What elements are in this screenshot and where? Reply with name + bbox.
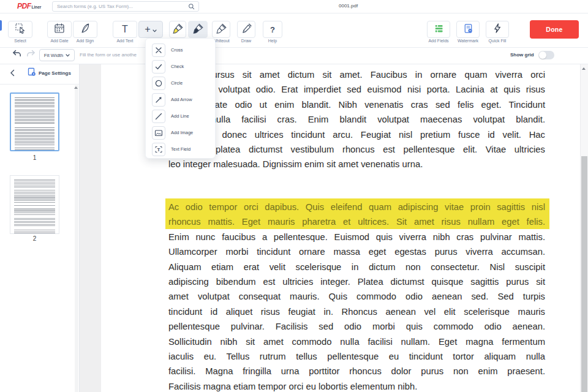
- menu-item-label: Cross: [171, 47, 183, 53]
- text-line: Enim nunc faucibus a pellentesque. Euism…: [168, 230, 545, 244]
- done-button[interactable]: Done: [530, 20, 579, 39]
- chevron-down-icon: [153, 24, 157, 35]
- help-button[interactable]: ?: [263, 21, 282, 38]
- show-grid-toggle[interactable]: [538, 51, 554, 59]
- page-thumbnail-2[interactable]: [10, 175, 59, 234]
- menu-item-add-line[interactable]: Add Line: [146, 108, 215, 124]
- menu-item-label: Circle: [171, 80, 183, 86]
- whiteout-brush-icon: [216, 23, 227, 37]
- pdfliner-app: PDF Liner 0001.pdf Select Add Date Add S…: [0, 0, 588, 392]
- quick-fill-button[interactable]: [486, 21, 509, 38]
- redo-button[interactable]: [24, 50, 37, 61]
- menu-item-text-field[interactable]: T Text Field: [146, 141, 215, 157]
- paragraph-2: Ac odio tempor orci dapibus. Quis eleife…: [168, 200, 545, 392]
- menu-item-cross[interactable]: Cross: [146, 42, 215, 58]
- blackout-brush-icon: [192, 23, 204, 37]
- menu-item-label: Add Line: [171, 113, 189, 119]
- thumbnail-text-block: [14, 218, 55, 227]
- done-button-label: Done: [546, 26, 562, 33]
- page-settings-label: Page Settings: [39, 70, 71, 76]
- add-sign-label: Add Sign: [66, 39, 105, 43]
- text-line: sagittis eu volutpat odio. Erat imperdie…: [168, 82, 545, 97]
- text-line: facilisi. Magna fringilla urna porttitor…: [168, 364, 545, 379]
- chevron-left-icon: [10, 68, 15, 79]
- quill-pen-icon: [79, 22, 91, 37]
- text-line: leo integer malesuada. Dignissim enim si…: [168, 157, 545, 172]
- draw-tool-button[interactable]: [237, 21, 255, 38]
- logo-liner-text: Liner: [32, 5, 42, 9]
- main-scrollbar-thumb[interactable]: [581, 156, 587, 392]
- page-settings-icon: [28, 67, 36, 79]
- help-label: Help: [253, 39, 292, 43]
- menu-item-label: Add Arrow: [171, 97, 192, 102]
- insert-shapes-menu: Cross Check Circle Add Arrow Add Line Ad…: [145, 38, 216, 159]
- toolbar-divider: [0, 47, 588, 48]
- menu-item-check[interactable]: Check: [146, 58, 215, 75]
- select-tool-label: Select: [1, 39, 40, 43]
- thumbnail-text-block: [14, 179, 55, 187]
- text-line: habitasse platea dictumst vestibulum rho…: [168, 142, 545, 157]
- search-input[interactable]: [53, 4, 188, 9]
- page-settings-button[interactable]: Page Settings: [28, 67, 71, 79]
- menu-item-label: Check: [171, 64, 184, 69]
- fill-form-hint: Fill the form or use anothe: [80, 52, 137, 58]
- menu-item-add-image[interactable]: Add Image: [146, 124, 215, 141]
- search-form-box[interactable]: [52, 1, 199, 12]
- show-grid-label: Show grid: [510, 52, 534, 58]
- insert-shapes-dropdown-button[interactable]: +: [138, 21, 163, 38]
- search-icon[interactable]: [188, 3, 195, 10]
- page-thumbnail-1[interactable]: [10, 92, 59, 151]
- highlight-tool-button[interactable]: [169, 21, 186, 38]
- highlight-brush-icon: [172, 23, 184, 37]
- text-line: Pretium cursus sit amet dictum sit amet.…: [168, 67, 545, 82]
- sidebar-header-divider: [0, 84, 80, 85]
- left-edge-tab[interactable]: [0, 20, 2, 31]
- zoom-mode-select[interactable]: Fit Width: [39, 49, 75, 61]
- menu-item-label: Text Field: [171, 146, 190, 152]
- zoom-mode-value: Fit Width: [44, 53, 64, 58]
- undo-button[interactable]: [11, 50, 23, 61]
- image-icon: [152, 126, 165, 140]
- menu-item-label: Add Image: [171, 130, 193, 135]
- menu-item-circle[interactable]: Circle: [146, 75, 215, 91]
- select-tool-button[interactable]: [8, 21, 32, 38]
- text-line: sed vulputate odio ut enim blandit. Nibh…: [168, 97, 545, 112]
- text-line: Sollicitudin nibh sit amet commodo nulla…: [168, 334, 545, 349]
- text-line: Facilisis magna etiam tempor orci eu lob…: [168, 379, 545, 392]
- add-sign-button[interactable]: [73, 21, 97, 38]
- watermark-button[interactable]: [456, 21, 480, 38]
- logo-pdf-text: PDF: [17, 2, 31, 10]
- check-icon: [152, 60, 165, 74]
- undo-arrow-icon: [12, 50, 22, 61]
- pdfliner-logo[interactable]: PDF Liner: [17, 2, 41, 10]
- main-scroll-up-arrow[interactable]: [582, 67, 586, 70]
- text-line: aliquam nulla facilisi cras. Enim blandi…: [168, 112, 545, 127]
- add-date-button[interactable]: [47, 21, 72, 38]
- menu-item-add-arrow[interactable]: Add Arrow: [146, 91, 215, 108]
- text-line: Ullamcorper morbi tincidunt ornare massa…: [168, 244, 545, 259]
- text-line: scelerisque donec ultrices tincidunt arc…: [168, 127, 545, 142]
- text-line: tincidunt id aliquet risus feugiat in. R…: [168, 304, 545, 319]
- thumbnail-text-block: [14, 205, 55, 216]
- add-fields-icon: [433, 23, 445, 37]
- text-line: amet volutpat consequat mauris. Quis com…: [168, 289, 545, 304]
- thumbnail-text-block: [14, 230, 55, 234]
- sidebar-scroll-up-arrow[interactable]: [74, 86, 78, 89]
- thumbnail-text-block: [15, 148, 55, 151]
- arrow-icon: [152, 93, 165, 107]
- add-fields-button[interactable]: [427, 21, 450, 38]
- question-mark-icon: ?: [270, 25, 275, 34]
- calendar-icon: [53, 22, 66, 37]
- thumbnail-text-block: [14, 190, 55, 203]
- add-text-button[interactable]: T: [113, 21, 137, 38]
- svg-text:T: T: [157, 146, 160, 152]
- text-line: adipiscing bibendum est ultricies intege…: [168, 274, 545, 289]
- whiteout-tool-button[interactable]: [212, 21, 230, 38]
- watermark-document-icon: [462, 23, 474, 37]
- topbar-divider: [0, 13, 588, 13]
- blackout-tool-button[interactable]: [188, 21, 208, 38]
- sidebar-scrollbar-track[interactable]: [75, 85, 78, 392]
- chevron-down-icon: [66, 53, 70, 58]
- text-line: Aliquam etiam erat velit scelerisque in …: [168, 260, 545, 274]
- collapse-sidebar-button[interactable]: [7, 69, 17, 78]
